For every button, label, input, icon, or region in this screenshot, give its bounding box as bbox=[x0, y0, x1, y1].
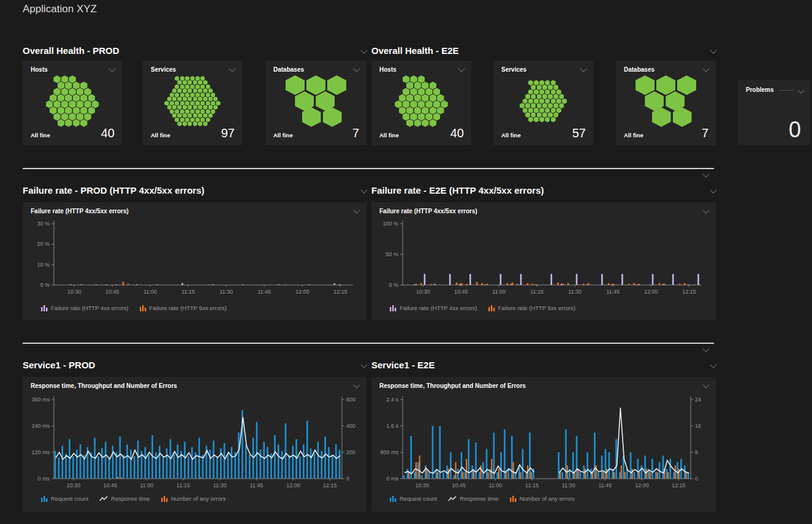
chevron-down-icon[interactable] bbox=[360, 361, 367, 368]
tile-services-e2e[interactable]: Services All fine57 bbox=[493, 61, 593, 145]
legend-label: Response time bbox=[111, 495, 150, 502]
tile-title: Problems bbox=[746, 86, 774, 93]
svg-text:24: 24 bbox=[695, 397, 701, 403]
chevron-down-icon[interactable] bbox=[353, 207, 360, 213]
section-header-failure-e2e: Failure rate - E2E (HTTP 4xx/5xx errors) bbox=[371, 184, 716, 196]
legend-item-5xx[interactable]: Failure rate (HTTP 5xx errors) bbox=[140, 305, 227, 311]
section-header-health-prod: Overall Health - PROD bbox=[23, 44, 366, 56]
legend-item-response-time[interactable]: Response time bbox=[99, 495, 150, 502]
problems-count: 0 bbox=[789, 117, 801, 143]
tile-value: 40 bbox=[450, 126, 464, 140]
failure-rate-chart-e2e[interactable]: 0 %50 %100 %10:3010:4511:0011:1511:3011:… bbox=[371, 218, 716, 299]
svg-text:0 ms: 0 ms bbox=[37, 476, 50, 482]
legend-label: Response time bbox=[460, 495, 498, 502]
tile-title: Databases bbox=[273, 66, 304, 73]
svg-text:8: 8 bbox=[695, 449, 698, 455]
chart-tile-failure-prod: Failure rate (HTTP 4xx/5xx errors) 0 %10… bbox=[23, 202, 366, 320]
bar-series-icon bbox=[140, 305, 146, 311]
status-text: All fine bbox=[379, 132, 399, 139]
svg-text:120 ms: 120 ms bbox=[31, 449, 50, 455]
svg-text:11:00: 11:00 bbox=[140, 482, 153, 488]
tile-value: 7 bbox=[352, 126, 359, 140]
section-header-service-e2e: Service1 - E2E bbox=[371, 359, 716, 371]
legend-label: Failure rate (HTTP 5xx errors) bbox=[150, 305, 227, 311]
svg-text:10:30: 10:30 bbox=[416, 289, 430, 295]
svg-text:10:45: 10:45 bbox=[454, 289, 468, 295]
legend-label: Failure rate (HTTP 4xx errors) bbox=[51, 305, 129, 311]
svg-text:12:15: 12:15 bbox=[672, 482, 686, 488]
svg-text:10:30: 10:30 bbox=[67, 289, 82, 295]
honeycomb bbox=[371, 75, 471, 127]
legend-item-errors[interactable]: Number of any errors bbox=[161, 495, 226, 502]
svg-text:10:45: 10:45 bbox=[105, 289, 120, 295]
tile-value: 40 bbox=[101, 126, 115, 140]
tile-hosts-prod[interactable]: Hosts All fine40 bbox=[23, 61, 122, 145]
honeycomb bbox=[143, 75, 242, 127]
chevron-down-icon[interactable] bbox=[702, 170, 709, 177]
failure-rate-chart-prod[interactable]: 0 %10 %20 %30 %10:3010:4511:0011:1511:30… bbox=[23, 218, 366, 299]
line-series-icon bbox=[99, 495, 108, 502]
legend-item-errors[interactable]: Number of any errors bbox=[510, 495, 575, 502]
chevron-down-icon[interactable] bbox=[702, 65, 709, 72]
chevron-down-icon[interactable] bbox=[702, 381, 709, 388]
chevron-down-icon[interactable] bbox=[702, 207, 709, 213]
bar-series-icon bbox=[41, 305, 48, 311]
service-chart-e2e[interactable]: 0 ms800 ms1.6 s2.4 s08162410:3010:4511:0… bbox=[371, 395, 716, 488]
svg-text:12:00: 12:00 bbox=[644, 289, 658, 295]
chevron-down-icon[interactable] bbox=[353, 381, 360, 388]
tile-databases-prod[interactable]: Databases All fine7 bbox=[265, 61, 366, 145]
section-title: Failure rate - PROD (HTTP 4xx/5xx errors… bbox=[23, 185, 205, 196]
legend-item-request-count[interactable]: Request count bbox=[41, 495, 88, 502]
service-chart-prod[interactable]: 0 ms120 ms240 ms360 ms020040060010:3010:… bbox=[23, 395, 366, 488]
tile-databases-e2e[interactable]: Databases All fine7 bbox=[616, 61, 716, 145]
svg-text:12:15: 12:15 bbox=[323, 482, 337, 488]
legend-label: Number of any errors bbox=[171, 495, 226, 502]
svg-text:10:30: 10:30 bbox=[415, 482, 430, 488]
chevron-down-icon[interactable] bbox=[710, 186, 716, 193]
section-title: Service1 - E2E bbox=[371, 360, 434, 370]
chevron-down-icon[interactable] bbox=[710, 47, 716, 53]
chevron-down-icon[interactable] bbox=[229, 65, 235, 72]
svg-text:200: 200 bbox=[346, 449, 355, 455]
legend-item-response-time[interactable]: Response time bbox=[448, 495, 498, 502]
svg-text:11:15: 11:15 bbox=[530, 289, 544, 295]
chevron-down-icon[interactable] bbox=[458, 65, 465, 72]
chevron-down-icon[interactable] bbox=[360, 186, 367, 193]
legend-item-4xx[interactable]: Failure rate (HTTP 4xx errors) bbox=[390, 305, 477, 311]
honeycomb bbox=[265, 75, 366, 127]
svg-text:11:00: 11:00 bbox=[488, 482, 502, 488]
legend-label: Failure rate (HTTP 4xx errors) bbox=[400, 305, 477, 311]
chart-title: Failure rate (HTTP 4xx/5xx errors) bbox=[379, 208, 477, 215]
tile-hosts-e2e[interactable]: Hosts All fine40 bbox=[371, 61, 471, 145]
legend-item-5xx[interactable]: Failure rate (HTTP 5xx errors) bbox=[488, 305, 576, 311]
tile-problems[interactable]: Problems 0 bbox=[738, 80, 810, 145]
legend-label: Request count bbox=[51, 495, 88, 502]
chevron-down-icon[interactable] bbox=[702, 345, 709, 352]
svg-text:10 %: 10 % bbox=[37, 262, 50, 268]
legend-label: Request count bbox=[400, 495, 437, 502]
tile-title: Hosts bbox=[379, 66, 397, 73]
chevron-down-icon[interactable] bbox=[797, 86, 804, 93]
section-title: Failure rate - E2E (HTTP 4xx/5xx errors) bbox=[371, 185, 544, 196]
svg-text:0 ms: 0 ms bbox=[386, 476, 398, 482]
dashboard: Application XYZ Overall Health - PROD Ov… bbox=[0, 0, 812, 524]
svg-text:10:45: 10:45 bbox=[452, 482, 466, 488]
tile-services-prod[interactable]: Services All fine97 bbox=[143, 61, 242, 145]
svg-text:11:15: 11:15 bbox=[176, 482, 190, 488]
chevron-down-icon[interactable] bbox=[108, 65, 115, 72]
chevron-down-icon[interactable] bbox=[710, 361, 716, 368]
chart-tile-failure-e2e: Failure rate (HTTP 4xx/5xx errors) 0 %50… bbox=[371, 202, 716, 320]
chevron-down-icon[interactable] bbox=[353, 65, 360, 72]
svg-text:12:00: 12:00 bbox=[635, 482, 649, 488]
chevron-down-icon[interactable] bbox=[580, 65, 586, 72]
svg-text:16: 16 bbox=[695, 423, 701, 429]
status-text: All fine bbox=[501, 132, 521, 139]
legend-item-4xx[interactable]: Failure rate (HTTP 4xx errors) bbox=[41, 305, 129, 311]
chevron-down-icon[interactable] bbox=[360, 47, 367, 53]
legend-item-request-count[interactable]: Request count bbox=[390, 495, 437, 502]
svg-text:0 %: 0 % bbox=[40, 282, 50, 288]
bar-series-icon bbox=[390, 305, 397, 311]
svg-text:0: 0 bbox=[346, 476, 349, 482]
bar-series-icon bbox=[390, 495, 397, 502]
legend-label: Number of any errors bbox=[520, 495, 575, 502]
